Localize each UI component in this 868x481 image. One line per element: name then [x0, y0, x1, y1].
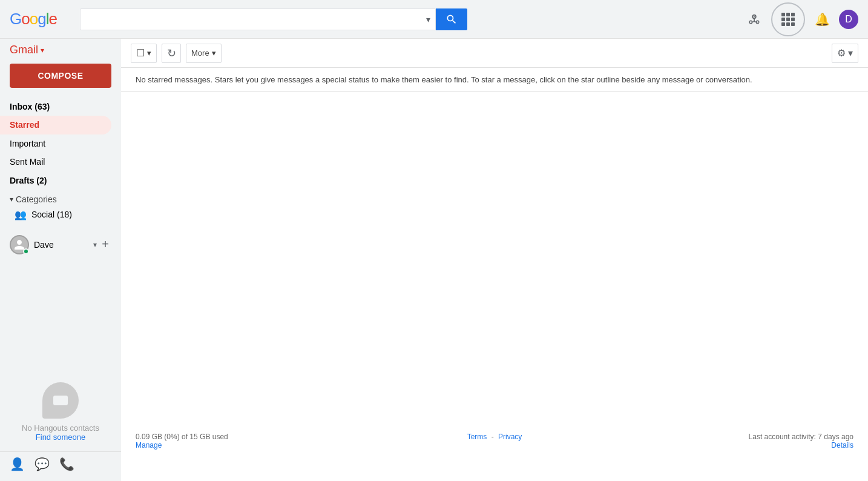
search-bar: ▾ [80, 8, 467, 30]
online-indicator [23, 248, 29, 254]
hangouts-bubble-icon [42, 382, 79, 419]
add-person-button[interactable]: + [99, 235, 111, 254]
settings-button[interactable]: ⚙ ▾ [832, 44, 858, 63]
refresh-button[interactable]: ↻ [162, 44, 181, 63]
header-right: 🔔 D [742, 2, 858, 36]
more-label: More [191, 48, 209, 58]
search-input[interactable] [81, 14, 421, 25]
hangout-user-dave[interactable]: Dave ▾ + [0, 233, 121, 257]
footer-left: 0.09 GB (0%) of 15 GB used Manage [136, 433, 228, 449]
google-logo: Google [10, 10, 65, 28]
bottom-bar: 👤 💬 📞 [0, 451, 121, 476]
hubspot-icon-button[interactable] [742, 7, 766, 32]
avatar-button[interactable]: D [839, 10, 858, 29]
phone-icon[interactable]: 📞 [59, 457, 74, 471]
footer-center: Terms - Privacy [467, 433, 522, 441]
search-icon [446, 13, 458, 25]
logo-e: e [48, 10, 56, 28]
notifications-button[interactable]: 🔔 [810, 7, 834, 32]
more-dropdown-icon: ▾ [212, 48, 216, 58]
user-avatar [10, 235, 29, 254]
main-layout: Gmail ▾ COMPOSE Inbox (63) Starred Impor… [0, 39, 868, 481]
hangouts-bubble-inner [53, 396, 68, 405]
privacy-link[interactable]: Privacy [498, 433, 522, 441]
select-button[interactable]: ☐ ▾ [131, 44, 157, 63]
sidebar-item-drafts[interactable]: Drafts (2) [0, 171, 111, 190]
sidebar-spacer [0, 257, 121, 373]
hangout-user-dropdown-icon[interactable]: ▾ [93, 240, 97, 249]
logo-g: G [10, 10, 21, 28]
terms-link[interactable]: Terms [467, 433, 487, 441]
third-party-icon [748, 13, 761, 26]
contacts-icon[interactable]: 👤 [10, 457, 25, 471]
apps-button[interactable] [771, 2, 805, 36]
footer: 0.09 GB (0%) of 15 GB used Manage Terms … [121, 425, 868, 457]
settings-icon: ⚙ [837, 47, 846, 59]
compose-button[interactable]: COMPOSE [10, 64, 111, 88]
content-spacer [121, 92, 868, 481]
details-link[interactable]: Details [831, 441, 853, 449]
gmail-label: Gmail [10, 44, 38, 56]
storage-text: 0.09 GB (0%) of 15 GB used [136, 433, 228, 441]
logo-o1: o [21, 10, 29, 28]
gmail-dropdown-icon[interactable]: ▾ [41, 46, 44, 55]
sidebar-item-inbox[interactable]: Inbox (63) [0, 98, 111, 116]
find-someone-link[interactable]: Find someone [36, 433, 85, 442]
starred-empty-message: No starred messages. Stars let you give … [121, 68, 868, 92]
no-hangouts-section: No Hangouts contacts Find someone [0, 373, 121, 451]
more-button[interactable]: More ▾ [186, 44, 222, 63]
chevron-down-icon: ▾ [10, 195, 13, 204]
refresh-icon: ↻ [167, 47, 176, 60]
manage-link[interactable]: Manage [136, 441, 228, 449]
logo-g2: g [38, 10, 45, 28]
svg-line-6 [754, 21, 758, 22]
grid-icon [781, 13, 795, 26]
checkbox-icon: ☐ [136, 47, 145, 59]
sidebar-item-sent[interactable]: Sent Mail [0, 153, 111, 171]
search-input-wrapper: ▾ [80, 8, 436, 30]
sidebar: Gmail ▾ COMPOSE Inbox (63) Starred Impor… [0, 39, 121, 481]
sidebar-item-important[interactable]: Important [0, 134, 111, 153]
categories-header[interactable]: ▾ Categories [0, 192, 121, 207]
social-icon: 👥 [15, 209, 27, 221]
logo-o2: o [30, 10, 38, 28]
settings-dropdown-icon: ▾ [848, 47, 853, 59]
select-dropdown-icon: ▾ [147, 48, 151, 58]
header: Google ▾ [0, 0, 868, 39]
content-area: ☐ ▾ ↻ More ▾ ⚙ ▾ No starred messages. St… [121, 39, 868, 481]
search-dropdown-button[interactable]: ▾ [421, 15, 435, 24]
category-social[interactable]: 👥 Social (18) [0, 207, 121, 223]
toolbar: ☐ ▾ ↻ More ▾ ⚙ ▾ [121, 39, 868, 68]
hangouts-icon[interactable]: 💬 [35, 457, 50, 471]
footer-separator: - [492, 433, 494, 441]
svg-line-5 [751, 21, 755, 22]
search-button[interactable] [436, 8, 467, 30]
sidebar-item-starred[interactable]: Starred [0, 116, 111, 134]
categories-section: ▾ Categories 👥 Social (18) [0, 192, 121, 223]
footer-right: Last account activity: 7 days ago Detail… [749, 433, 853, 449]
no-hangouts-text: No Hangouts contacts [22, 423, 99, 433]
svg-point-1 [754, 16, 755, 17]
last-activity-text: Last account activity: 7 days ago [749, 433, 853, 441]
